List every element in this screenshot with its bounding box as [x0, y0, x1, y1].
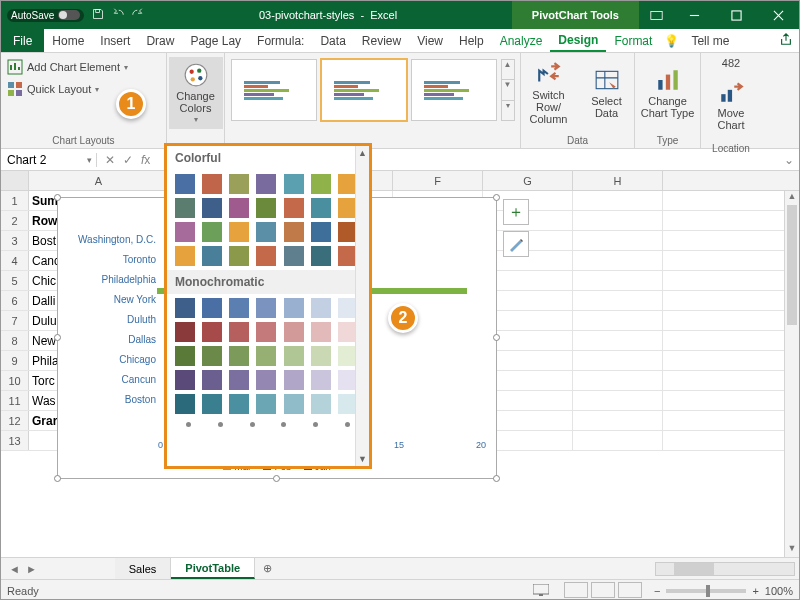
name-box[interactable]: Chart 2▾	[1, 153, 97, 167]
tab-review[interactable]: Review	[354, 29, 409, 52]
tab-insert[interactable]: Insert	[92, 29, 138, 52]
quick-layout-button[interactable]: Quick Layout▾	[7, 79, 99, 99]
color-swatch[interactable]	[284, 394, 304, 414]
fx-icon[interactable]: fx	[141, 153, 150, 167]
color-swatch[interactable]	[311, 222, 331, 242]
color-swatch[interactable]	[284, 298, 304, 318]
col-header[interactable]: F	[393, 171, 483, 190]
color-swatch[interactable]	[284, 174, 304, 194]
sheet-tab-sales[interactable]: Sales	[115, 558, 172, 579]
tab-draw[interactable]: Draw	[138, 29, 182, 52]
color-swatch[interactable]	[175, 198, 195, 218]
ribbon-display-icon[interactable]	[639, 9, 673, 22]
color-swatch[interactable]	[175, 174, 195, 194]
gallery-more-icon[interactable]: ▾	[502, 100, 514, 120]
tab-format[interactable]: Format	[606, 29, 660, 52]
cell[interactable]	[573, 231, 663, 250]
color-swatch[interactable]	[229, 322, 249, 342]
gallery-down-icon[interactable]: ▼	[502, 79, 514, 99]
color-swatch[interactable]	[311, 198, 331, 218]
cell[interactable]	[573, 371, 663, 390]
row-header[interactable]: 1	[1, 191, 29, 210]
color-swatch[interactable]	[202, 370, 222, 390]
color-swatch[interactable]	[202, 346, 222, 366]
file-tab[interactable]: File	[1, 29, 44, 52]
color-swatch[interactable]	[229, 222, 249, 242]
cell[interactable]	[573, 431, 663, 450]
move-chart-button[interactable]: Move Chart	[704, 69, 758, 141]
color-swatch[interactable]	[175, 246, 195, 266]
cell[interactable]	[573, 331, 663, 350]
color-swatch[interactable]	[202, 394, 222, 414]
tab-data[interactable]: Data	[312, 29, 353, 52]
color-swatch[interactable]	[202, 322, 222, 342]
redo-icon[interactable]	[132, 8, 144, 22]
vertical-scrollbar[interactable]: ▲ ▼	[784, 191, 799, 557]
color-swatch[interactable]	[229, 246, 249, 266]
dropdown-scrollbar[interactable]: ▲▼	[355, 146, 369, 466]
row-header[interactable]: 10	[1, 371, 29, 390]
color-swatch[interactable]	[202, 222, 222, 242]
color-swatch[interactable]	[202, 246, 222, 266]
color-swatch[interactable]	[175, 298, 195, 318]
maximize-button[interactable]	[715, 1, 757, 29]
color-swatch[interactable]	[175, 222, 195, 242]
tab-home[interactable]: Home	[44, 29, 92, 52]
change-colors-button[interactable]: Change Colors▾	[169, 57, 223, 129]
row-header[interactable]: 4	[1, 251, 29, 270]
color-swatch[interactable]	[256, 198, 276, 218]
color-swatch[interactable]	[256, 394, 276, 414]
sheet-nav-next-icon[interactable]: ►	[26, 563, 37, 575]
color-swatch[interactable]	[229, 394, 249, 414]
color-swatch[interactable]	[284, 222, 304, 242]
gallery-up-icon[interactable]: ▲	[502, 60, 514, 79]
color-swatch[interactable]	[284, 322, 304, 342]
tab-design[interactable]: Design	[550, 29, 606, 52]
cell[interactable]	[573, 391, 663, 410]
zoom-in-icon[interactable]: +	[752, 585, 758, 597]
chart-styles-button[interactable]	[503, 231, 529, 257]
color-swatch[interactable]	[311, 346, 331, 366]
color-swatch[interactable]	[256, 298, 276, 318]
color-swatch[interactable]	[284, 246, 304, 266]
color-swatch[interactable]	[311, 174, 331, 194]
chart-style-thumb[interactable]	[321, 59, 407, 121]
undo-icon[interactable]	[112, 8, 124, 22]
row-header[interactable]: 8	[1, 331, 29, 350]
col-header[interactable]: G	[483, 171, 573, 190]
expand-formula-bar-icon[interactable]: ⌄	[779, 153, 799, 167]
zoom-value[interactable]: 100%	[765, 585, 793, 597]
row-header[interactable]: 5	[1, 271, 29, 290]
color-swatch[interactable]	[202, 298, 222, 318]
color-swatch[interactable]	[256, 222, 276, 242]
color-swatch[interactable]	[202, 198, 222, 218]
enter-formula-icon[interactable]: ✓	[123, 153, 133, 167]
zoom-slider[interactable]	[666, 589, 746, 593]
add-chart-element-button[interactable]: Add Chart Element▾	[7, 57, 128, 77]
color-swatch[interactable]	[256, 322, 276, 342]
chart-elements-button[interactable]: ＋	[503, 199, 529, 225]
new-sheet-button[interactable]: ⊕	[255, 562, 279, 575]
color-swatch[interactable]	[311, 246, 331, 266]
cell[interactable]	[573, 251, 663, 270]
cell[interactable]	[573, 271, 663, 290]
sheet-tab-pivottable[interactable]: PivotTable	[171, 558, 255, 579]
view-buttons[interactable]	[561, 582, 642, 600]
row-header[interactable]: 2	[1, 211, 29, 230]
row-header[interactable]: 3	[1, 231, 29, 250]
change-chart-type-button[interactable]: Change Chart Type	[641, 57, 695, 129]
row-header[interactable]: 11	[1, 391, 29, 410]
row-header[interactable]: 9	[1, 351, 29, 370]
display-settings-icon[interactable]	[533, 584, 549, 598]
color-swatch[interactable]	[256, 174, 276, 194]
chart-styles-gallery[interactable]: ▲ ▼ ▾	[231, 57, 515, 133]
tab-view[interactable]: View	[409, 29, 451, 52]
tab-pagelay[interactable]: Page Lay	[182, 29, 249, 52]
tell-me[interactable]: Tell me	[683, 29, 737, 52]
share-icon[interactable]	[773, 32, 799, 49]
row-header[interactable]: 7	[1, 311, 29, 330]
color-swatch[interactable]	[175, 394, 195, 414]
close-button[interactable]	[757, 1, 799, 29]
select-all-corner[interactable]	[1, 171, 29, 190]
cell[interactable]	[573, 291, 663, 310]
